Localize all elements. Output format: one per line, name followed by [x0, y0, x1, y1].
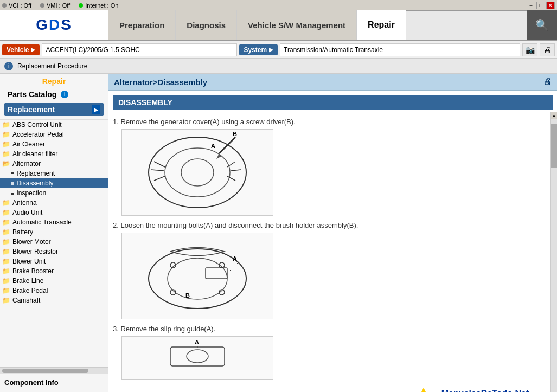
svg-line-3	[154, 162, 165, 167]
system-arrow-icon: ▶	[269, 47, 273, 53]
brand-name: ManualesDeTodo.Net	[441, 389, 535, 393]
sidebar-bottom: Component Info Circuit Diagram	[0, 374, 108, 392]
folder-icon: 📁	[2, 199, 10, 207]
tab-preparation[interactable]: Preparation	[108, 10, 176, 40]
vehicle-arrow-icon: ▶	[31, 47, 35, 53]
scrollbar-up-arrow[interactable]: ▲	[551, 112, 557, 119]
tab-repair-label: Repair	[368, 20, 395, 30]
tree-item-brake-pedal[interactable]: 📁 Brake Pedal	[0, 286, 108, 295]
section-header-text: DISASSEMBLY	[118, 98, 172, 107]
folder-icon: 📂	[2, 160, 10, 168]
logo-area: GDS	[0, 10, 108, 40]
tree-item-alt-disassembly[interactable]: ≡ Disassembly	[0, 178, 108, 188]
search-button[interactable]: 🔍	[527, 10, 557, 40]
tree-item-audio-label: Audio Unit	[12, 209, 42, 216]
tree-item-blower-resistor[interactable]: 📁 Blower Resistor	[0, 247, 108, 256]
svg-line-5	[154, 176, 165, 181]
internet-status: Internet : On	[79, 2, 118, 9]
close-button[interactable]: ✕	[546, 2, 555, 9]
folder-icon: 📁	[2, 297, 10, 304]
step-1-image: B A	[121, 129, 273, 216]
system-name-input[interactable]	[280, 43, 520, 56]
tree-item-blower-unit-label: Blower Unit	[12, 258, 46, 265]
tree-item-battery[interactable]: 📁 Battery	[0, 227, 108, 237]
brand-text-block: ManualesDeTodo.Net CONOCE · APRENDE · EN…	[441, 389, 535, 393]
component-info-button[interactable]: Component Info	[0, 374, 108, 391]
doc-icon: ≡	[11, 170, 14, 177]
step-2-image: A B	[121, 233, 273, 319]
replacement-arrow-icon: ▶	[92, 105, 100, 114]
folder-icon: 📁	[2, 277, 10, 285]
brand-logo	[410, 385, 437, 392]
content-scrollbar[interactable]: ▲ ▼	[550, 112, 557, 392]
window-controls: – □ ✕	[527, 2, 555, 9]
print-button[interactable]: 🖨	[540, 43, 555, 56]
tree-item-auto-transaxle[interactable]: 📁 Automatic Transaxle	[0, 217, 108, 227]
tree-item-camshaft-label: Camshaft	[12, 297, 40, 304]
tree-item-brake-line[interactable]: 📁 Brake Line	[0, 276, 108, 286]
tree-item-alt-replacement-label: Replacement	[16, 170, 55, 177]
step-1-label: 1. Remove the generator cover(A) using a…	[113, 118, 296, 126]
svg-line-16	[227, 262, 238, 273]
svg-marker-10	[216, 153, 222, 159]
camera-button[interactable]: 📷	[522, 43, 537, 56]
tree-item-auto-transaxle-label: Automatic Transaxle	[12, 219, 72, 226]
search-icon: 🔍	[535, 18, 549, 31]
breadcrumb-icon: i	[4, 62, 13, 70]
svg-line-9	[219, 137, 235, 153]
sidebar-scrollbar	[0, 367, 108, 374]
tree-item-abs[interactable]: 📁 ABS Control Unit	[0, 120, 108, 130]
tab-vehicle-sw[interactable]: Vehicle S/W Management	[237, 10, 357, 40]
repair-label: Repair	[4, 77, 104, 86]
sidebar-scrollbar-thumb[interactable]	[2, 369, 88, 373]
breadcrumb-text: Replacement Procedure	[17, 62, 87, 70]
tree-item-antenna[interactable]: 📁 Antenna	[0, 198, 108, 208]
doc-icon: ≡	[11, 190, 14, 196]
system-badge[interactable]: System ▶	[239, 44, 278, 55]
vehicle-name-input[interactable]	[42, 43, 237, 56]
step-1-diagram: B A	[127, 132, 268, 213]
tree-item-accel[interactable]: 📁 Accelerator Pedal	[0, 130, 108, 139]
tree-item-alt-inspection[interactable]: ≡ Inspection	[0, 188, 108, 198]
tree-item-battery-label: Battery	[12, 228, 33, 236]
tree-item-alt-replacement[interactable]: ≡ Replacement	[0, 169, 108, 178]
svg-text:B: B	[233, 132, 237, 137]
content-scroll[interactable]: 1. Remove the generator cover(A) using a…	[108, 112, 550, 392]
tree-item-blower-motor[interactable]: 📁 Blower Motor	[0, 237, 108, 247]
tree-item-abs-label: ABS Control Unit	[12, 121, 62, 128]
tree-item-air-cleaner-label: Air Cleaner	[12, 140, 45, 148]
print-content-icon[interactable]: 🖨	[543, 77, 552, 87]
tab-diagnosis-label: Diagnosis	[187, 21, 226, 30]
sidebar-tree: 📁 ABS Control Unit 📁 Accelerator Pedal 📁…	[0, 120, 108, 367]
tree-item-blower-unit[interactable]: 📁 Blower Unit	[0, 256, 108, 266]
tab-repair[interactable]: Repair	[357, 10, 406, 40]
breadcrumb-bar: i Replacement Procedure	[0, 59, 557, 74]
system-label: System	[244, 46, 267, 54]
replacement-button[interactable]: Replacement ▶	[4, 103, 104, 116]
scrollbar-thumb[interactable]	[551, 124, 557, 168]
sidebar-header: Repair Parts Catalog i Replacement ▶	[0, 74, 108, 120]
folder-icon: 📁	[2, 209, 10, 216]
tree-item-air-cleaner[interactable]: 📁 Air Cleaner	[0, 139, 108, 149]
tree-item-camshaft[interactable]: 📁 Camshaft	[0, 295, 108, 305]
folder-icon: 📁	[2, 150, 10, 158]
internet-dot	[79, 3, 83, 8]
tree-item-audio[interactable]: 📁 Audio Unit	[0, 208, 108, 217]
tree-item-alternator[interactable]: 📂 Alternator	[0, 159, 108, 169]
tab-diagnosis[interactable]: Diagnosis	[176, 10, 237, 40]
doc-icon: ≡	[11, 180, 14, 187]
tree-item-brake-booster[interactable]: 📁 Brake Booster	[0, 266, 108, 276]
vehicle-badge[interactable]: Vehicle ▶	[2, 44, 40, 55]
step-3-image: A	[121, 336, 273, 380]
tab-preparation-label: Preparation	[119, 21, 164, 30]
svg-line-4	[151, 170, 164, 171]
content-row: Repair Parts Catalog i Replacement ▶ 📁 A…	[0, 74, 557, 392]
maximize-button[interactable]: □	[536, 2, 545, 9]
svg-text:A: A	[195, 339, 199, 345]
parts-catalog-button[interactable]: Parts Catalog i	[4, 88, 104, 101]
logo: GDS	[36, 16, 72, 34]
tree-item-alt-disassembly-label: Disassembly	[16, 179, 53, 187]
content-title: Alternator>Disassembly	[114, 78, 207, 87]
tree-item-air-cleaner-filter[interactable]: 📁 Air cleaner filter	[0, 149, 108, 159]
minimize-button[interactable]: –	[527, 2, 535, 9]
